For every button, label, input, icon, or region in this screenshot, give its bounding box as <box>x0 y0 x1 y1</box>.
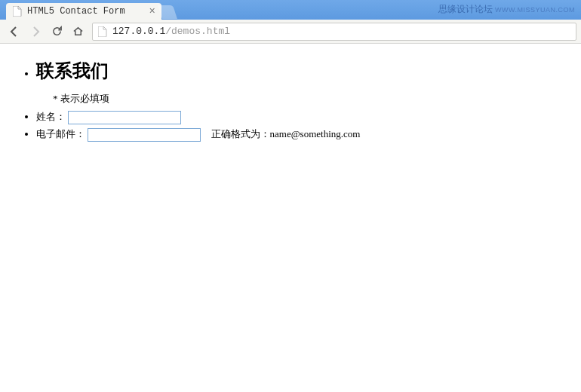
file-icon <box>12 6 23 17</box>
email-field-row: 电子邮件： 正确格式为：name@something.com <box>36 127 575 142</box>
url-path: /demos.html <box>165 26 230 37</box>
name-field-row: 姓名： <box>36 110 575 124</box>
tab-title: HTML5 Contact Form <box>27 6 145 17</box>
name-label: 姓名： <box>36 111 66 122</box>
list-item: 联系我们 * 表示必填项 <box>36 59 575 106</box>
page-content: 联系我们 * 表示必填项 姓名： 电子邮件： 正确格式为：name@someth… <box>0 44 581 151</box>
reload-button[interactable] <box>47 23 66 41</box>
watermark-text: 思缘设计论坛 <box>438 4 493 14</box>
forward-button[interactable] <box>26 23 45 41</box>
page-title: 联系我们 <box>36 59 575 83</box>
close-icon[interactable]: × <box>149 6 155 17</box>
name-input[interactable] <box>68 111 181 124</box>
page-icon <box>97 26 108 37</box>
address-bar[interactable]: 127.0.0.1/demos.html <box>92 23 576 41</box>
browser-tab-strip: HTML5 Contact Form × 思缘设计论坛 WWW.MISSYUAN… <box>0 0 581 20</box>
watermark: 思缘设计论坛 WWW.MISSYUAN.COM <box>438 3 575 16</box>
home-button[interactable] <box>68 23 88 41</box>
email-input[interactable] <box>88 128 201 142</box>
browser-toolbar: 127.0.0.1/demos.html <box>0 20 581 44</box>
browser-tab[interactable]: HTML5 Contact Form × <box>6 3 161 20</box>
email-label: 电子邮件： <box>36 128 85 139</box>
required-note: * 表示必填项 <box>53 92 575 106</box>
url-host: 127.0.0.1 <box>112 26 165 37</box>
email-format-hint: 正确格式为：name@something.com <box>211 128 361 139</box>
back-button[interactable] <box>5 23 24 41</box>
watermark-url: WWW.MISSYUAN.COM <box>495 6 575 14</box>
